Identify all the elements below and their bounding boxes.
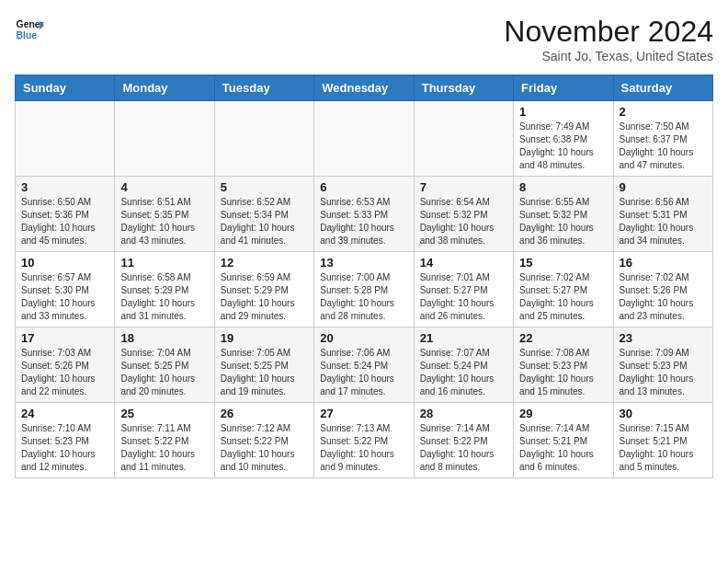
day-info: Sunrise: 7:09 AM Sunset: 5:23 PM Dayligh… — [620, 347, 707, 398]
day-info: Sunrise: 7:15 AM Sunset: 5:21 PM Dayligh… — [620, 422, 707, 474]
day-info: Sunrise: 7:02 AM Sunset: 5:26 PM Dayligh… — [620, 271, 707, 323]
day-number: 16 — [620, 256, 707, 270]
day-number: 11 — [120, 256, 208, 270]
calendar-cell — [214, 101, 313, 177]
day-number: 17 — [21, 331, 108, 345]
day-info: Sunrise: 7:50 AM Sunset: 6:37 PM Dayligh… — [620, 121, 707, 172]
weekday-friday: Friday — [514, 75, 613, 101]
day-number: 15 — [519, 256, 607, 270]
day-number: 20 — [320, 331, 407, 345]
day-info: Sunrise: 7:00 AM Sunset: 5:28 PM Dayligh… — [320, 271, 407, 323]
logo-icon: General Blue — [15, 15, 44, 44]
day-info: Sunrise: 6:51 AM Sunset: 5:35 PM Dayligh… — [120, 196, 208, 247]
calendar-cell: 22Sunrise: 7:08 AM Sunset: 5:23 PM Dayli… — [514, 327, 613, 403]
day-info: Sunrise: 7:06 AM Sunset: 5:24 PM Dayligh… — [320, 347, 407, 398]
day-number: 30 — [620, 407, 707, 420]
calendar-cell: 30Sunrise: 7:15 AM Sunset: 5:21 PM Dayli… — [613, 403, 712, 478]
title-area: November 2024 Saint Jo, Texas, United St… — [504, 15, 713, 63]
calendar-cell: 13Sunrise: 7:00 AM Sunset: 5:28 PM Dayli… — [314, 252, 414, 327]
calendar-cell: 24Sunrise: 7:10 AM Sunset: 5:23 PM Dayli… — [16, 403, 115, 478]
calendar-cell: 19Sunrise: 7:05 AM Sunset: 5:25 PM Dayli… — [214, 327, 313, 403]
day-info: Sunrise: 6:57 AM Sunset: 5:30 PM Dayligh… — [21, 271, 108, 323]
day-info: Sunrise: 7:10 AM Sunset: 5:23 PM Dayligh… — [21, 422, 108, 474]
day-info: Sunrise: 7:02 AM Sunset: 5:27 PM Dayligh… — [519, 271, 607, 323]
day-info: Sunrise: 7:04 AM Sunset: 5:25 PM Dayligh… — [120, 347, 208, 398]
day-number: 7 — [420, 180, 507, 194]
day-number: 9 — [620, 180, 707, 194]
calendar-cell: 14Sunrise: 7:01 AM Sunset: 5:27 PM Dayli… — [414, 252, 513, 327]
day-number: 6 — [320, 180, 407, 194]
day-number: 8 — [519, 180, 607, 194]
day-info: Sunrise: 7:03 AM Sunset: 5:26 PM Dayligh… — [21, 347, 108, 398]
calendar-week-3: 17Sunrise: 7:03 AM Sunset: 5:26 PM Dayli… — [16, 327, 713, 403]
weekday-wednesday: Wednesday — [314, 75, 414, 101]
calendar-cell: 10Sunrise: 6:57 AM Sunset: 5:30 PM Dayli… — [16, 252, 115, 327]
calendar-cell: 18Sunrise: 7:04 AM Sunset: 5:25 PM Dayli… — [115, 327, 214, 403]
day-info: Sunrise: 6:58 AM Sunset: 5:29 PM Dayligh… — [120, 271, 208, 323]
day-info: Sunrise: 7:14 AM Sunset: 5:22 PM Dayligh… — [420, 422, 507, 474]
day-info: Sunrise: 6:54 AM Sunset: 5:32 PM Dayligh… — [420, 196, 507, 247]
day-number: 1 — [519, 105, 607, 119]
day-info: Sunrise: 6:56 AM Sunset: 5:31 PM Dayligh… — [620, 196, 707, 247]
calendar-cell — [414, 101, 513, 177]
logo: General Blue General Blue — [15, 15, 44, 44]
calendar-cell: 17Sunrise: 7:03 AM Sunset: 5:26 PM Dayli… — [16, 327, 115, 403]
calendar-cell: 29Sunrise: 7:14 AM Sunset: 5:21 PM Dayli… — [514, 403, 613, 478]
calendar-cell: 21Sunrise: 7:07 AM Sunset: 5:24 PM Dayli… — [414, 327, 513, 403]
calendar-cell: 3Sunrise: 6:50 AM Sunset: 5:36 PM Daylig… — [16, 177, 115, 252]
calendar-cell: 5Sunrise: 6:52 AM Sunset: 5:34 PM Daylig… — [214, 177, 313, 252]
calendar-cell: 4Sunrise: 6:51 AM Sunset: 5:35 PM Daylig… — [115, 177, 214, 252]
day-number: 28 — [420, 407, 507, 420]
calendar-week-4: 24Sunrise: 7:10 AM Sunset: 5:23 PM Dayli… — [16, 403, 713, 478]
calendar-cell: 11Sunrise: 6:58 AM Sunset: 5:29 PM Dayli… — [115, 252, 214, 327]
calendar-cell: 28Sunrise: 7:14 AM Sunset: 5:22 PM Dayli… — [414, 403, 513, 478]
day-info: Sunrise: 7:13 AM Sunset: 5:22 PM Dayligh… — [320, 422, 407, 474]
day-info: Sunrise: 7:12 AM Sunset: 5:22 PM Dayligh… — [221, 422, 308, 474]
calendar-cell: 8Sunrise: 6:55 AM Sunset: 5:32 PM Daylig… — [514, 177, 613, 252]
day-number: 3 — [21, 180, 108, 194]
day-number: 2 — [620, 105, 707, 119]
calendar-cell: 1Sunrise: 7:49 AM Sunset: 6:38 PM Daylig… — [514, 101, 613, 177]
day-info: Sunrise: 6:59 AM Sunset: 5:29 PM Dayligh… — [221, 271, 308, 323]
day-number: 10 — [21, 256, 108, 270]
svg-text:Blue: Blue — [17, 30, 38, 40]
weekday-header-row: SundayMondayTuesdayWednesdayThursdayFrid… — [16, 75, 713, 101]
month-title: November 2024 — [504, 15, 713, 49]
calendar-cell: 6Sunrise: 6:53 AM Sunset: 5:33 PM Daylig… — [314, 177, 414, 252]
day-number: 18 — [120, 331, 208, 345]
calendar-body: 1Sunrise: 7:49 AM Sunset: 6:38 PM Daylig… — [16, 101, 713, 478]
day-info: Sunrise: 6:50 AM Sunset: 5:36 PM Dayligh… — [21, 196, 108, 247]
calendar-cell: 25Sunrise: 7:11 AM Sunset: 5:22 PM Dayli… — [115, 403, 214, 478]
day-number: 21 — [420, 331, 507, 345]
calendar-cell: 20Sunrise: 7:06 AM Sunset: 5:24 PM Dayli… — [314, 327, 414, 403]
day-info: Sunrise: 6:53 AM Sunset: 5:33 PM Dayligh… — [320, 196, 407, 247]
day-number: 27 — [320, 407, 407, 420]
calendar-cell: 12Sunrise: 6:59 AM Sunset: 5:29 PM Dayli… — [214, 252, 313, 327]
day-info: Sunrise: 6:55 AM Sunset: 5:32 PM Dayligh… — [519, 196, 607, 247]
calendar: SundayMondayTuesdayWednesdayThursdayFrid… — [15, 75, 713, 478]
calendar-week-2: 10Sunrise: 6:57 AM Sunset: 5:30 PM Dayli… — [16, 252, 713, 327]
calendar-cell: 23Sunrise: 7:09 AM Sunset: 5:23 PM Dayli… — [613, 327, 712, 403]
day-number: 29 — [519, 407, 607, 420]
day-number: 23 — [620, 331, 707, 345]
day-info: Sunrise: 7:08 AM Sunset: 5:23 PM Dayligh… — [519, 347, 607, 398]
day-number: 4 — [120, 180, 208, 194]
day-info: Sunrise: 7:11 AM Sunset: 5:22 PM Dayligh… — [120, 422, 208, 474]
day-number: 25 — [120, 407, 208, 420]
calendar-cell: 15Sunrise: 7:02 AM Sunset: 5:27 PM Dayli… — [514, 252, 613, 327]
weekday-monday: Monday — [115, 75, 214, 101]
day-number: 12 — [221, 256, 308, 270]
day-info: Sunrise: 7:14 AM Sunset: 5:21 PM Dayligh… — [519, 422, 607, 474]
day-info: Sunrise: 7:49 AM Sunset: 6:38 PM Dayligh… — [519, 121, 607, 172]
day-number: 14 — [420, 256, 507, 270]
day-number: 19 — [221, 331, 308, 345]
calendar-cell — [314, 101, 414, 177]
day-info: Sunrise: 7:07 AM Sunset: 5:24 PM Dayligh… — [420, 347, 507, 398]
calendar-week-0: 1Sunrise: 7:49 AM Sunset: 6:38 PM Daylig… — [16, 101, 713, 177]
weekday-sunday: Sunday — [16, 75, 115, 101]
weekday-saturday: Saturday — [613, 75, 712, 101]
day-number: 13 — [320, 256, 407, 270]
day-info: Sunrise: 7:01 AM Sunset: 5:27 PM Dayligh… — [420, 271, 507, 323]
day-number: 24 — [21, 407, 108, 420]
location: Saint Jo, Texas, United States — [504, 49, 713, 63]
